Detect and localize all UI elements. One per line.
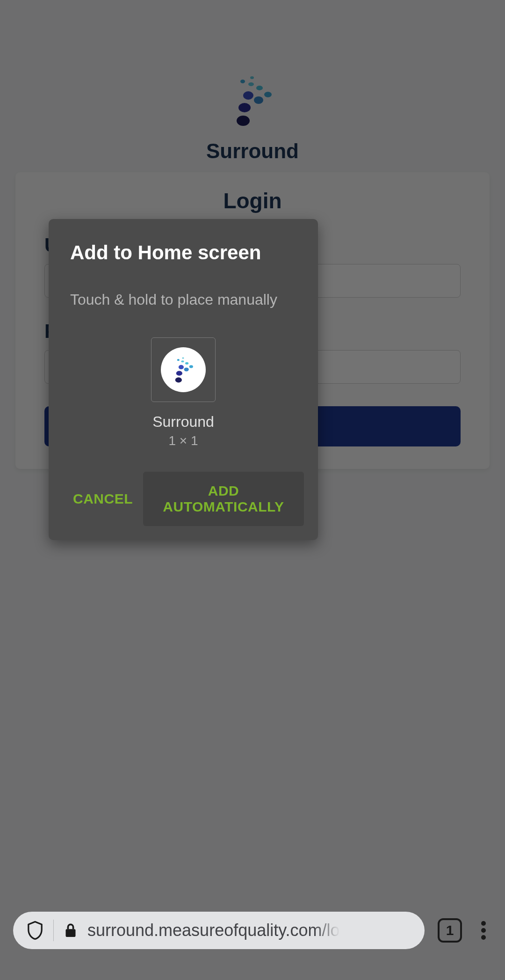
- svg-point-9: [175, 377, 182, 382]
- svg-point-15: [181, 360, 184, 362]
- tabs-button[interactable]: 1: [438, 918, 462, 943]
- shield-icon[interactable]: [27, 921, 43, 940]
- svg-rect-18: [66, 929, 76, 937]
- browser-bar: surround.measureofquality.com/lo 1: [0, 881, 505, 980]
- cancel-button[interactable]: CANCEL: [63, 480, 143, 518]
- widget-preview[interactable]: Surround 1 × 1: [49, 337, 318, 448]
- add-automatically-button[interactable]: ADD AUTOMATICALLY: [143, 472, 304, 526]
- lock-icon[interactable]: [64, 922, 77, 938]
- widget-size: 1 × 1: [168, 433, 198, 448]
- svg-point-10: [176, 371, 182, 376]
- svg-point-13: [189, 365, 193, 368]
- svg-point-16: [177, 359, 180, 361]
- url-text: surround.measureofquality.com/lo: [87, 921, 340, 940]
- add-to-home-dialog: Add to Home screen Touch & hold to place…: [49, 219, 318, 540]
- dialog-title: Add to Home screen: [49, 241, 318, 264]
- tabs-count: 1: [446, 922, 454, 938]
- widget-app-icon: [161, 347, 206, 392]
- svg-point-17: [182, 358, 184, 359]
- divider: [53, 920, 54, 941]
- widget-box: [151, 337, 216, 402]
- svg-point-12: [184, 367, 189, 371]
- dialog-actions: CANCEL ADD AUTOMATICALLY: [49, 472, 318, 534]
- svg-point-14: [185, 362, 188, 365]
- url-bar[interactable]: surround.measureofquality.com/lo: [13, 912, 425, 949]
- widget-name: Surround: [152, 413, 214, 431]
- dialog-subtitle: Touch & hold to place manually: [49, 291, 318, 308]
- svg-point-11: [179, 365, 184, 369]
- menu-button[interactable]: [475, 919, 492, 942]
